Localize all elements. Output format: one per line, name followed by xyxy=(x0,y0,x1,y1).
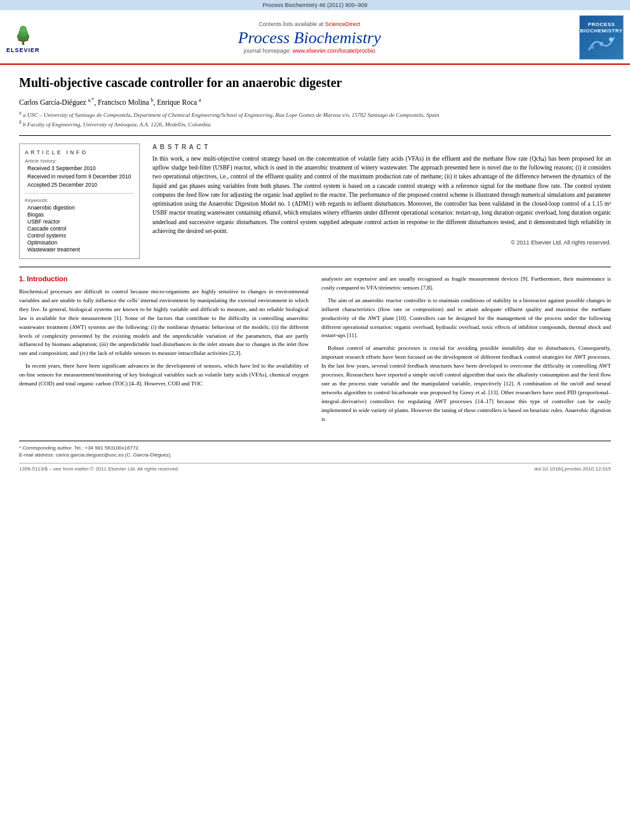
body-para-1: Biochemical processes are difficult to c… xyxy=(19,288,309,359)
keyword-4: Cascade control xyxy=(27,225,134,232)
body-para-5: Robust control of anaerobic processes is… xyxy=(321,344,611,423)
doi-text: doi:10.1016/j.procbio.2010.12.015 xyxy=(534,466,611,472)
accepted-date: Accepted 25 December 2010 xyxy=(27,182,134,188)
copyright-line: © 2011 Elsevier Ltd. All rights reserved… xyxy=(152,239,611,246)
article-title: Multi-objective cascade controller for a… xyxy=(19,74,611,91)
info-abstract-section: A R T I C L E I N F O Article history: R… xyxy=(19,143,611,259)
footer-area: * Corresponding author. Tel.: +34 981 56… xyxy=(19,441,611,472)
affiliation-b: b b Faculty of Engineering, University o… xyxy=(19,119,611,128)
header-divider xyxy=(19,135,611,136)
logo-title-line2: BIOCHEMISTRY xyxy=(580,28,622,34)
svg-point-7 xyxy=(609,37,613,41)
body-columns: 1. Introduction Biochemical processes ar… xyxy=(19,275,611,428)
body-divider xyxy=(19,267,611,267)
article-info-title: A R T I C L E I N F O xyxy=(25,149,134,156)
body-col-right: analysers are expensive and are usually … xyxy=(321,275,611,428)
journal-banner: Process Biochemistry 46 (2011) 900–909 xyxy=(0,0,630,10)
journal-header: ELSEVIER Contents lists available at Sci… xyxy=(0,10,630,65)
elsevier-logo: ELSEVIER xyxy=(6,22,40,53)
homepage-line: journal homepage: www.elsevier.com/locat… xyxy=(40,48,579,54)
keywords-label: Keywords: xyxy=(25,197,134,203)
body-text-col2: analysers are expensive and are usually … xyxy=(321,275,611,424)
homepage-link[interactable]: www.elsevier.com/locate/procbio xyxy=(293,48,375,54)
body-col-left: 1. Introduction Biochemical processes ar… xyxy=(19,275,309,428)
logo-graphic xyxy=(586,34,617,53)
svg-point-3 xyxy=(20,25,27,32)
affiliation-a: a a USC – University of Santiago de Comp… xyxy=(19,110,611,118)
footer-bottom: 1359-5113/$ – see front matter © 2011 El… xyxy=(19,463,611,472)
abstract-column: A B S T R A C T In this work, a new mult… xyxy=(152,143,611,259)
authors-line: Carlos García-Diéguez a,*, Francisco Mol… xyxy=(19,97,611,106)
section-1-heading: 1. Introduction xyxy=(19,275,309,283)
history-label: Article history: xyxy=(25,158,134,164)
svg-point-5 xyxy=(590,45,594,49)
keyword-7: Wastewater treatment xyxy=(27,246,134,253)
keyword-6: Optimisation xyxy=(27,239,134,246)
keywords-section: Keywords: Anaerobic digestion Biogas USB… xyxy=(25,193,134,253)
logo-title-line1: PROCESS xyxy=(588,22,615,28)
contents-line: Contents lists available at ScienceDirec… xyxy=(40,21,579,27)
body-para-3: analysers are expensive and are usually … xyxy=(321,275,611,293)
svg-rect-4 xyxy=(18,40,28,41)
received-date: Received 3 September 2010 xyxy=(27,165,134,171)
svg-point-6 xyxy=(600,42,603,46)
body-para-4: The aim of an anaerobic reactor controll… xyxy=(321,297,611,341)
body-text-col1: Biochemical processes are difficult to c… xyxy=(19,288,309,389)
keyword-1: Anaerobic digestion xyxy=(27,204,134,211)
journal-logo-image: PROCESS BIOCHEMISTRY xyxy=(579,15,624,60)
affil-b: b xyxy=(151,97,154,103)
affil-a2: a xyxy=(199,97,201,103)
journal-title-block: Contents lists available at ScienceDirec… xyxy=(40,21,579,54)
banner-text: Process Biochemistry 46 (2011) 900–909 xyxy=(262,2,367,8)
sciencedirect-link[interactable]: ScienceDirect xyxy=(325,21,361,27)
keyword-2: Biogas xyxy=(27,211,134,218)
article-info-column: A R T I C L E I N F O Article history: R… xyxy=(19,143,140,259)
elsevier-wordmark: ELSEVIER xyxy=(6,47,40,53)
keyword-5: Control systems xyxy=(27,232,134,239)
main-content: Multi-objective cascade controller for a… xyxy=(0,65,630,481)
elsevier-tree-icon xyxy=(12,22,34,47)
abstract-title: A B S T R A C T xyxy=(152,143,611,150)
body-para-2: In recent years, there have been signifi… xyxy=(19,362,309,389)
elsevier-logo-block: ELSEVIER xyxy=(6,22,40,53)
footnote-email: E-mail address: carlos.garcia.dieguez@us… xyxy=(19,452,611,458)
keyword-3: USBF reactor xyxy=(27,218,134,225)
footnote-star: * Corresponding author. Tel.: +34 981 56… xyxy=(19,445,611,451)
issn-text: 1359-5113/$ – see front matter © 2011 El… xyxy=(19,466,179,472)
article-info-box: A R T I C L E I N F O Article history: R… xyxy=(19,143,140,259)
abstract-text: In this work, a new multi-objective cont… xyxy=(152,154,611,236)
revised-date: Received in revised form 9 December 2010 xyxy=(27,173,134,180)
affil-a: a,* xyxy=(88,97,95,103)
journal-title: Process Biochemistry xyxy=(40,29,579,48)
